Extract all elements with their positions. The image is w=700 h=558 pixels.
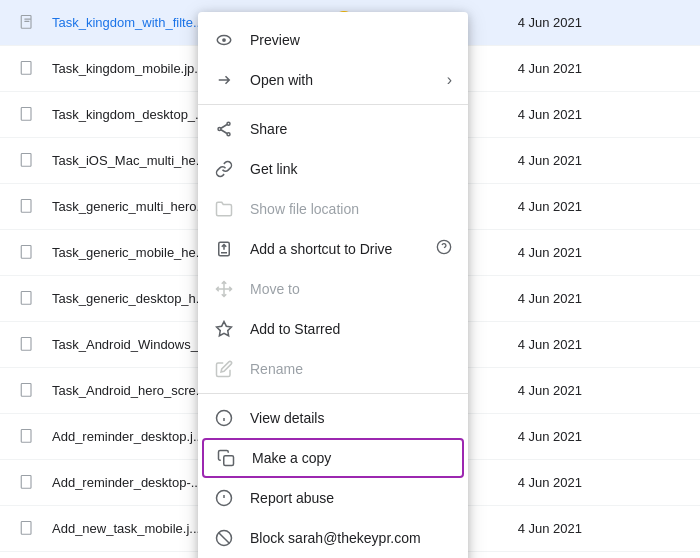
menu-item-label: Move to bbox=[250, 281, 452, 297]
folder-icon bbox=[214, 199, 234, 219]
svg-line-32 bbox=[219, 533, 230, 544]
share-icon bbox=[214, 119, 234, 139]
menu-item-label: Get link bbox=[250, 161, 452, 177]
menu-item-report-abuse[interactable]: Report abuse bbox=[198, 478, 468, 518]
menu-item-add-starred[interactable]: Add to Starred bbox=[198, 309, 468, 349]
menu-item-label: Open with bbox=[250, 72, 447, 88]
report-icon bbox=[214, 488, 234, 508]
svg-point-18 bbox=[227, 133, 230, 136]
star-icon bbox=[214, 319, 234, 339]
menu-item-label: Report abuse bbox=[250, 490, 452, 506]
arrow-icon: › bbox=[447, 71, 452, 89]
block-icon bbox=[214, 528, 234, 548]
menu-divider bbox=[198, 104, 468, 105]
menu-item-add-shortcut[interactable]: Add a shortcut to Drive bbox=[198, 229, 468, 269]
menu-item-label: Rename bbox=[250, 361, 452, 377]
svg-point-16 bbox=[227, 122, 230, 125]
menu-item-get-link[interactable]: Get link bbox=[198, 149, 468, 189]
menu-item-move-to: Move to bbox=[198, 269, 468, 309]
context-menu: Preview Open with › Share Get link bbox=[198, 12, 468, 558]
menu-item-block[interactable]: Block sarah@thekeypr.com bbox=[198, 518, 468, 558]
help-icon[interactable] bbox=[436, 239, 452, 259]
menu-item-label: Show file location bbox=[250, 201, 452, 217]
svg-point-15 bbox=[222, 38, 226, 42]
shortcut-icon bbox=[214, 239, 234, 259]
move-icon bbox=[214, 279, 234, 299]
menu-item-make-copy[interactable]: Make a copy bbox=[202, 438, 464, 478]
copy-icon bbox=[216, 448, 236, 468]
eye-icon bbox=[214, 30, 234, 50]
menu-divider bbox=[198, 393, 468, 394]
link-icon bbox=[214, 159, 234, 179]
menu-item-label: Preview bbox=[250, 32, 452, 48]
menu-item-share[interactable]: Share bbox=[198, 109, 468, 149]
menu-item-label: View details bbox=[250, 410, 452, 426]
menu-item-label: Block sarah@thekeypr.com bbox=[250, 530, 452, 546]
svg-point-17 bbox=[218, 128, 221, 131]
svg-line-19 bbox=[221, 130, 227, 134]
svg-line-20 bbox=[221, 125, 227, 129]
menu-item-label: Share bbox=[250, 121, 452, 137]
menu-item-preview[interactable]: Preview bbox=[198, 20, 468, 60]
edit-icon bbox=[214, 359, 234, 379]
context-menu-overlay: Preview Open with › Share Get link bbox=[0, 0, 700, 558]
svg-marker-23 bbox=[217, 322, 232, 336]
menu-item-open-with[interactable]: Open with › bbox=[198, 60, 468, 100]
menu-item-show-file-location: Show file location bbox=[198, 189, 468, 229]
menu-item-rename: Rename bbox=[198, 349, 468, 389]
open-with-icon bbox=[214, 70, 234, 90]
menu-item-label: Make a copy bbox=[252, 450, 450, 466]
info-icon bbox=[214, 408, 234, 428]
menu-item-view-details[interactable]: View details bbox=[198, 398, 468, 438]
menu-item-label: Add to Starred bbox=[250, 321, 452, 337]
menu-item-label: Add a shortcut to Drive bbox=[250, 241, 428, 257]
svg-rect-27 bbox=[224, 456, 234, 466]
